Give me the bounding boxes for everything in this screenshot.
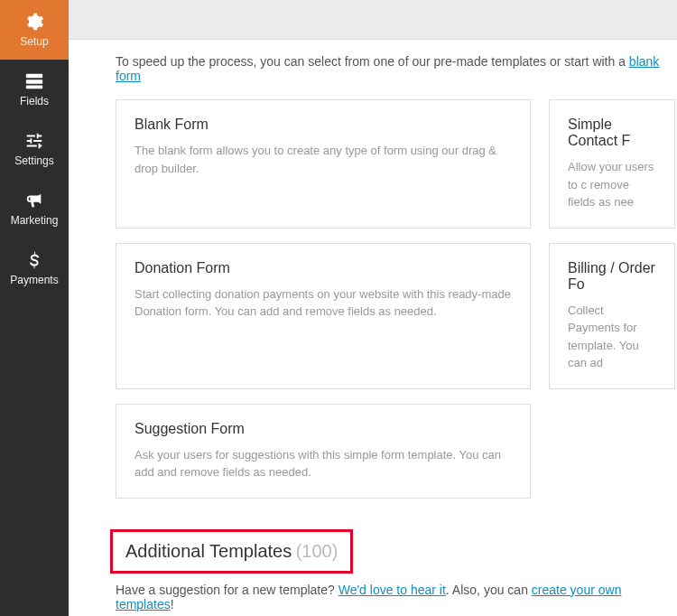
main-content: To speed up the process, you can select … (69, 40, 677, 616)
template-row: Suggestion Form Ask your users for sugge… (116, 404, 677, 499)
template-title: Donation Form (134, 260, 512, 276)
sidebar-item-marketing[interactable]: Marketing (0, 179, 69, 238)
template-desc: The blank form allows you to create any … (134, 142, 512, 177)
template-card-donation[interactable]: Donation Form Start collecting donation … (116, 243, 531, 389)
sub-mid: . Also, you can (446, 583, 532, 597)
svg-rect-0 (26, 74, 42, 79)
sidebar-item-label: Payments (10, 274, 58, 286)
additional-subtext: Have a suggestion for a new template? We… (116, 583, 677, 611)
intro-text: To speed up the process, you can select … (116, 54, 677, 83)
template-card-simple-contact[interactable]: Simple Contact F Allow your users to c r… (549, 99, 675, 229)
dollar-icon (24, 250, 44, 270)
template-title: Suggestion Form (134, 421, 512, 437)
template-row: Donation Form Start collecting donation … (116, 243, 677, 389)
bullhorn-icon (24, 191, 44, 210)
suggestion-link[interactable]: We'd love to hear it (338, 583, 446, 597)
template-desc: Collect Payments for template. You can a… (568, 302, 656, 372)
template-card-suggestion[interactable]: Suggestion Form Ask your users for sugge… (116, 404, 531, 499)
additional-title: Additional Templates (125, 541, 292, 561)
template-desc: Allow your users to c remove fields as n… (568, 158, 656, 211)
sub-prefix: Have a suggestion for a new template? (116, 583, 338, 597)
gear-icon (24, 12, 44, 32)
topbar (69, 0, 677, 40)
intro-prefix: To speed up the process, you can select … (116, 54, 629, 69)
sidebar-item-setup[interactable]: Setup (0, 0, 69, 60)
sidebar-item-label: Fields (20, 95, 49, 107)
additional-count: (100) (296, 541, 338, 561)
template-title: Simple Contact F (568, 117, 656, 149)
template-desc: Start collecting donation payments on yo… (134, 285, 512, 321)
sidebar-item-label: Setup (20, 35, 48, 48)
template-card-blank[interactable]: Blank Form The blank form allows you to … (116, 99, 531, 229)
template-card-billing[interactable]: Billing / Order Fo Collect Payments for … (549, 243, 675, 389)
sidebar-item-payments[interactable]: Payments (0, 238, 69, 298)
template-desc: Ask your users for suggestions with this… (134, 446, 512, 481)
sidebar: Setup Fields Settings Marketing Payments (0, 0, 69, 616)
svg-rect-1 (26, 79, 42, 84)
template-title: Blank Form (134, 117, 512, 133)
sidebar-item-fields[interactable]: Fields (0, 60, 69, 119)
template-row: Blank Form The blank form allows you to … (116, 99, 677, 229)
sidebar-item-settings[interactable]: Settings (0, 119, 69, 179)
sidebar-item-label: Settings (14, 154, 53, 167)
additional-templates-header: Additional Templates (100) (110, 529, 353, 574)
sub-suffix: ! (171, 597, 174, 611)
layout-icon (24, 71, 44, 91)
sidebar-item-label: Marketing (11, 214, 59, 227)
template-title: Billing / Order Fo (568, 260, 656, 293)
sliders-icon (24, 131, 44, 151)
svg-rect-2 (26, 86, 42, 89)
